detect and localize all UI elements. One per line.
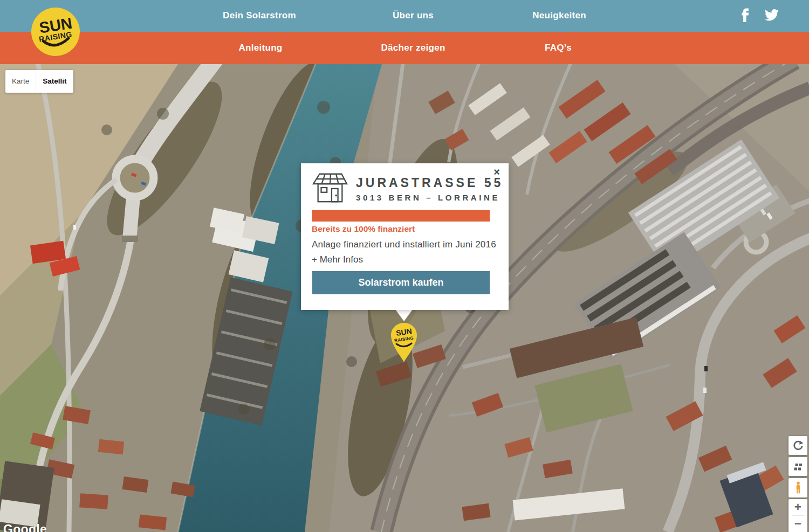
buy-solar-button[interactable]: Solarstrom kaufen bbox=[312, 271, 490, 294]
street-view-pegman-button[interactable] bbox=[789, 478, 807, 498]
popup-tail bbox=[395, 309, 413, 321]
sunraising-logo[interactable]: SUN RAISING bbox=[30, 6, 81, 57]
nav-item-faqs[interactable]: FAQ’s bbox=[545, 43, 572, 53]
nav-item-daecher-zeigen[interactable]: Dächer zeigen bbox=[381, 43, 445, 53]
nav-item-ueber-uns[interactable]: Über uns bbox=[393, 10, 434, 21]
map-type-karte-button[interactable]: Karte bbox=[5, 70, 36, 93]
twitter-icon[interactable] bbox=[764, 9, 779, 24]
status-line: Anlage finanziert und installiert im Jun… bbox=[312, 239, 496, 250]
progress-fill bbox=[312, 210, 490, 222]
popup-header: JURASTRASSE 55 3013 BERN – LORRAINE bbox=[312, 171, 503, 206]
map-canvas[interactable]: Karte Satellit × JURASTRASSE 55 bbox=[0, 64, 809, 532]
popup-title: JURASTRASSE 55 bbox=[356, 176, 503, 190]
financing-progress-track bbox=[312, 210, 490, 222]
secondary-nav-bar: Anleitung Dächer zeigen FAQ’s bbox=[0, 32, 809, 64]
nav-item-anleitung[interactable]: Anleitung bbox=[238, 43, 282, 53]
nav-item-dein-solarstrom[interactable]: Dein Solarstrom bbox=[223, 10, 296, 21]
pegman-icon bbox=[793, 481, 803, 494]
map-type-control: Karte Satellit bbox=[5, 70, 73, 93]
zoom-control: + − bbox=[789, 499, 807, 532]
zoom-in-button[interactable]: + bbox=[789, 499, 807, 515]
facebook-icon[interactable] bbox=[739, 8, 751, 25]
rotate-map-button[interactable] bbox=[789, 436, 807, 455]
nav-item-neuigkeiten[interactable]: Neuigkeiten bbox=[532, 10, 586, 21]
financed-label: Bereits zu 100% finanziert bbox=[312, 224, 415, 234]
popup-subtitle: 3013 BERN – LORRAINE bbox=[356, 193, 503, 202]
more-info-link[interactable]: + Mehr Infos bbox=[312, 254, 363, 265]
sunraising-map-marker[interactable]: SUN RAISING bbox=[388, 321, 420, 363]
tilt-icon bbox=[793, 462, 803, 472]
zoom-out-button[interactable]: − bbox=[789, 516, 807, 532]
google-logo[interactable]: Google bbox=[3, 522, 47, 532]
solar-house-icon bbox=[312, 171, 348, 206]
tilt-view-button[interactable] bbox=[789, 457, 807, 476]
map-type-satellit-button[interactable]: Satellit bbox=[36, 70, 73, 93]
roof-info-popup: × JURASTRASSE 55 3013 BERN – LORRAINE bbox=[301, 163, 509, 310]
primary-nav-bar: Dein Solarstrom Über uns Neuigkeiten bbox=[0, 0, 809, 32]
rotate-icon bbox=[792, 440, 804, 452]
